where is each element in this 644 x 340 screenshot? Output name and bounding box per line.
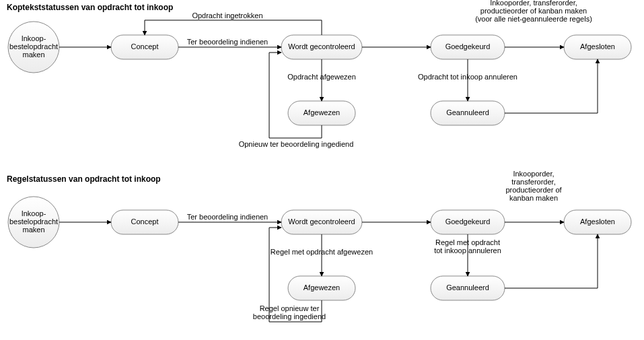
top-title: Koptekststatussen van opdracht tot inkoo… xyxy=(7,3,173,12)
node-bot-canceled: Geannuleerd xyxy=(431,276,505,300)
label-bot-review-rejected: Regel met opdracht afgewezen xyxy=(271,248,373,256)
svg-text:Concept: Concept xyxy=(131,217,159,226)
node-bot-closed: Afgesloten xyxy=(564,210,631,234)
label-bot-concept-review: Ter beoordeling indienen xyxy=(187,213,268,221)
svg-text:Wordt gecontroleerd: Wordt gecontroleerd xyxy=(288,42,355,50)
node-bot-review: Wordt gecontroleerd xyxy=(281,210,362,234)
edge-top-canceled-closed xyxy=(505,59,598,113)
label-top-rejected-review: Opnieuw ter beoordeling ingediend xyxy=(239,140,354,148)
svg-text:Geannuleerd: Geannuleerd xyxy=(446,283,489,292)
svg-text:Afgewezen: Afgewezen xyxy=(303,283,340,292)
node-top-start: Inkoop-bestelopdrachtmaken xyxy=(8,22,59,73)
label-top-approved-canceled: Opdracht tot inkoop annuleren xyxy=(418,73,517,81)
edge-top-review-concept xyxy=(145,20,322,35)
node-bot-start: Inkoop-bestelopdrachtmaken xyxy=(8,197,59,248)
node-top-rejected: Afgewezen xyxy=(288,101,355,125)
label-top-concept-review: Ter beoordeling indienen xyxy=(187,38,268,46)
label-top-review-rejected: Opdracht afgewezen xyxy=(287,73,356,81)
edge-bot-canceled-closed xyxy=(505,234,598,288)
svg-text:Afgesloten: Afgesloten xyxy=(580,217,615,226)
label-top-review-concept: Opdracht ingetrokken xyxy=(192,11,262,20)
node-top-canceled: Geannuleerd xyxy=(431,101,505,125)
svg-text:Concept: Concept xyxy=(131,42,159,50)
svg-text:Geannuleerd: Geannuleerd xyxy=(446,108,489,116)
svg-text:Afgewezen: Afgewezen xyxy=(303,108,340,116)
label-bot-rejected-review: Regel opnieuw terbeoordeling ingediend xyxy=(253,304,326,320)
node-top-approved: Goedgekeurd xyxy=(431,35,505,59)
label-top-approved-closed: Inkooporder, transferorder,productieorde… xyxy=(475,0,592,23)
node-top-review: Wordt gecontroleerd xyxy=(281,35,362,59)
svg-text:Afgesloten: Afgesloten xyxy=(580,42,615,50)
node-top-closed: Afgesloten xyxy=(564,35,631,59)
label-bot-approved-canceled: Regel met opdrachttot inkoop annuleren xyxy=(434,238,501,254)
svg-text:Wordt gecontroleerd: Wordt gecontroleerd xyxy=(288,217,355,226)
label-bot-approved-closed: Inkooporder,transferorder,productieorder… xyxy=(505,170,562,202)
bottom-title: Regelstatussen van opdracht tot inkoop xyxy=(7,174,161,184)
svg-text:Goedgekeurd: Goedgekeurd xyxy=(445,217,491,226)
node-bot-rejected: Afgewezen xyxy=(288,276,355,300)
node-bot-approved: Goedgekeurd xyxy=(431,210,505,234)
svg-text:Goedgekeurd: Goedgekeurd xyxy=(445,42,491,50)
node-bot-concept: Concept xyxy=(111,210,178,234)
node-top-concept: Concept xyxy=(111,35,178,59)
